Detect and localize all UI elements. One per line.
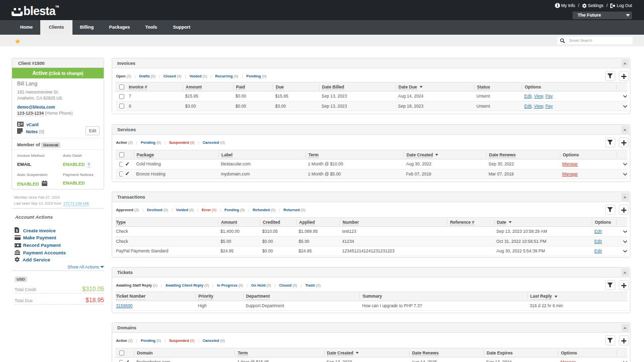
svg-text:$: $: [16, 229, 18, 233]
